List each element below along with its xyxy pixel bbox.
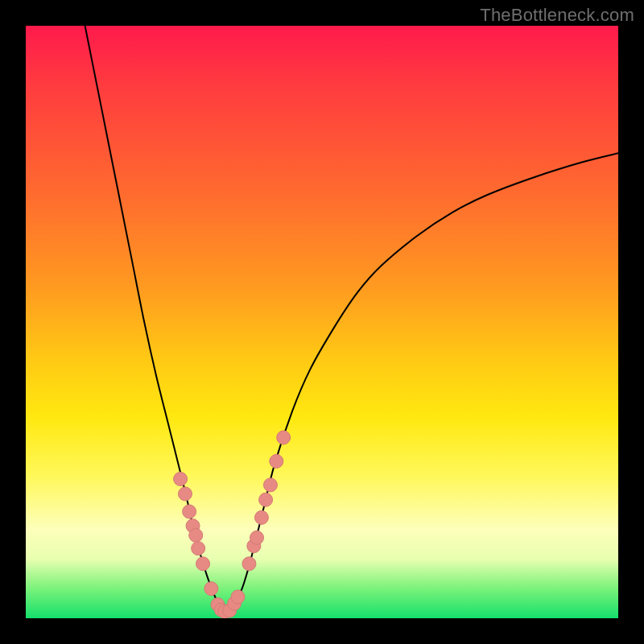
data-marker bbox=[263, 478, 277, 492]
data-marker bbox=[192, 542, 205, 555]
data-marker bbox=[196, 557, 210, 571]
data-marker bbox=[178, 487, 192, 501]
data-marker bbox=[189, 528, 203, 542]
data-marker bbox=[254, 510, 268, 524]
data-marker bbox=[174, 473, 188, 486]
data-marker bbox=[242, 557, 256, 571]
data-marker bbox=[259, 493, 273, 506]
data-marker bbox=[231, 590, 245, 604]
left-branch-curve bbox=[85, 26, 225, 613]
right-branch-curve bbox=[225, 153, 618, 612]
watermark-text: TheBottleneck.com bbox=[480, 5, 634, 26]
marker-group bbox=[174, 431, 291, 618]
chart-frame: TheBottleneck.com bbox=[0, 0, 644, 644]
data-marker bbox=[250, 530, 264, 544]
data-marker bbox=[277, 431, 291, 444]
data-marker bbox=[204, 582, 218, 596]
data-marker bbox=[270, 454, 283, 468]
data-marker bbox=[183, 505, 196, 518]
curve-layer bbox=[26, 26, 618, 618]
plot-area bbox=[26, 26, 618, 618]
